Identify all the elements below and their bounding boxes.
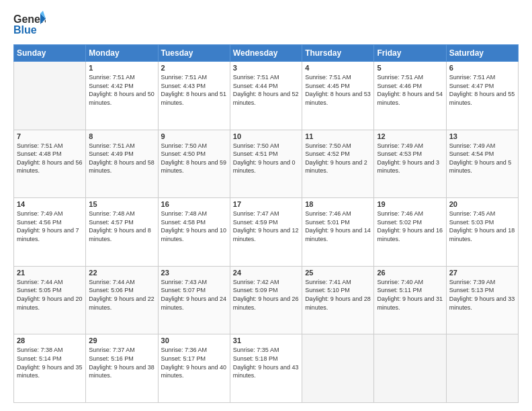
day-number: 25	[305, 269, 371, 277]
day-number: 23	[161, 269, 227, 277]
sunset-label: Sunset: 5:03 PM	[449, 219, 494, 226]
cell-info: Sunrise: 7:41 AM Sunset: 5:10 PM Dayligh…	[305, 278, 371, 312]
sunrise-label: Sunrise: 7:44 AM	[89, 279, 135, 285]
cell-info: Sunrise: 7:46 AM Sunset: 5:02 PM Dayligh…	[377, 210, 443, 243]
daylight-label: Daylight: 9 hours and 14 minutes.	[305, 227, 371, 242]
cell-info: Sunrise: 7:45 AM Sunset: 5:03 PM Dayligh…	[449, 210, 515, 243]
week-row-4: 21 Sunrise: 7:44 AM Sunset: 5:05 PM Dayl…	[14, 266, 519, 334]
calendar-cell	[374, 334, 446, 403]
sunset-label: Sunset: 4:57 PM	[89, 219, 134, 226]
sunset-label: Sunset: 4:54 PM	[449, 150, 494, 157]
sunset-label: Sunset: 4:49 PM	[89, 150, 134, 157]
sunrise-label: Sunrise: 7:51 AM	[449, 74, 496, 81]
cell-info: Sunrise: 7:44 AM Sunset: 5:05 PM Dayligh…	[17, 278, 83, 312]
day-number: 15	[89, 200, 154, 208]
daylight-label: Daylight: 9 hours and 0 minutes.	[233, 159, 296, 175]
calendar-cell: 13 Sunrise: 7:49 AM Sunset: 4:54 PM Dayl…	[446, 130, 518, 198]
sunset-label: Sunset: 5:14 PM	[17, 355, 62, 362]
sunset-label: Sunset: 4:50 PM	[161, 150, 206, 157]
day-number: 27	[449, 269, 515, 277]
calendar-cell: 24 Sunrise: 7:42 AM Sunset: 5:09 PM Dayl…	[230, 266, 302, 334]
sunset-label: Sunset: 4:53 PM	[377, 150, 422, 157]
calendar-cell: 5 Sunrise: 7:51 AM Sunset: 4:46 PM Dayli…	[374, 62, 446, 130]
cell-info: Sunrise: 7:51 AM Sunset: 4:45 PM Dayligh…	[305, 73, 371, 107]
day-number: 3	[233, 64, 299, 72]
calendar-cell	[14, 62, 86, 130]
header: General Blue	[13, 11, 519, 38]
day-number: 16	[161, 200, 227, 208]
daylight-label: Daylight: 9 hours and 3 minutes.	[377, 159, 439, 175]
day-number: 11	[305, 132, 371, 140]
daylight-label: Daylight: 9 hours and 22 minutes.	[89, 295, 154, 311]
sunset-label: Sunset: 5:11 PM	[377, 287, 422, 293]
cell-info: Sunrise: 7:51 AM Sunset: 4:42 PM Dayligh…	[89, 73, 154, 107]
sunset-label: Sunset: 4:51 PM	[233, 150, 278, 157]
daylight-label: Daylight: 8 hours and 58 minutes.	[89, 159, 154, 175]
daylight-label: Daylight: 9 hours and 33 minutes.	[449, 295, 515, 311]
daylight-label: Daylight: 9 hours and 2 minutes.	[305, 159, 367, 175]
day-number: 24	[233, 269, 299, 277]
sunrise-label: Sunrise: 7:50 AM	[305, 142, 351, 149]
sunrise-label: Sunrise: 7:48 AM	[89, 210, 135, 217]
calendar-cell: 19 Sunrise: 7:46 AM Sunset: 5:02 PM Dayl…	[374, 198, 446, 267]
day-number: 4	[305, 64, 371, 72]
cell-info: Sunrise: 7:51 AM Sunset: 4:46 PM Dayligh…	[377, 73, 443, 107]
sunset-label: Sunset: 4:44 PM	[233, 83, 278, 89]
sunrise-label: Sunrise: 7:42 AM	[233, 279, 279, 285]
daylight-label: Daylight: 9 hours and 28 minutes.	[305, 295, 371, 311]
day-number: 8	[89, 132, 154, 140]
daylight-label: Daylight: 9 hours and 18 minutes.	[449, 227, 515, 242]
day-number: 19	[377, 200, 443, 208]
daylight-label: Daylight: 8 hours and 51 minutes.	[161, 91, 227, 106]
sunset-label: Sunset: 5:02 PM	[377, 219, 422, 226]
cell-info: Sunrise: 7:44 AM Sunset: 5:06 PM Dayligh…	[89, 278, 154, 312]
day-number: 10	[233, 132, 299, 140]
daylight-label: Daylight: 8 hours and 55 minutes.	[449, 91, 515, 106]
sunset-label: Sunset: 5:09 PM	[233, 287, 278, 293]
sunrise-label: Sunrise: 7:40 AM	[377, 279, 423, 285]
cell-info: Sunrise: 7:51 AM Sunset: 4:44 PM Dayligh…	[233, 73, 299, 107]
cell-info: Sunrise: 7:36 AM Sunset: 5:17 PM Dayligh…	[161, 346, 227, 379]
cell-info: Sunrise: 7:46 AM Sunset: 5:01 PM Dayligh…	[305, 210, 371, 243]
sunrise-label: Sunrise: 7:51 AM	[89, 74, 135, 81]
cell-info: Sunrise: 7:50 AM Sunset: 4:52 PM Dayligh…	[305, 142, 371, 175]
cell-info: Sunrise: 7:40 AM Sunset: 5:11 PM Dayligh…	[377, 278, 443, 312]
cell-info: Sunrise: 7:49 AM Sunset: 4:54 PM Dayligh…	[449, 142, 515, 175]
calendar-cell: 11 Sunrise: 7:50 AM Sunset: 4:52 PM Dayl…	[302, 130, 374, 198]
cell-info: Sunrise: 7:51 AM Sunset: 4:43 PM Dayligh…	[161, 73, 227, 107]
calendar-table: SundayMondayTuesdayWednesdayThursdayFrid…	[13, 44, 519, 403]
day-number: 26	[377, 269, 443, 277]
daylight-label: Daylight: 8 hours and 54 minutes.	[377, 91, 443, 106]
sunset-label: Sunset: 4:47 PM	[449, 83, 494, 89]
day-number: 14	[17, 200, 83, 208]
calendar-cell: 29 Sunrise: 7:37 AM Sunset: 5:16 PM Dayl…	[86, 334, 158, 403]
svg-text:Blue: Blue	[13, 24, 37, 36]
sunrise-label: Sunrise: 7:38 AM	[17, 347, 63, 353]
daylight-label: Daylight: 9 hours and 31 minutes.	[377, 295, 443, 311]
daylight-label: Daylight: 9 hours and 10 minutes.	[161, 227, 227, 242]
sunrise-label: Sunrise: 7:46 AM	[305, 210, 351, 217]
logo: General Blue	[13, 11, 48, 38]
sunrise-label: Sunrise: 7:51 AM	[305, 74, 351, 81]
calendar-cell: 8 Sunrise: 7:51 AM Sunset: 4:49 PM Dayli…	[86, 130, 158, 198]
sunset-label: Sunset: 4:58 PM	[161, 219, 206, 226]
calendar-cell: 3 Sunrise: 7:51 AM Sunset: 4:44 PM Dayli…	[230, 62, 302, 130]
cell-info: Sunrise: 7:43 AM Sunset: 5:07 PM Dayligh…	[161, 278, 227, 312]
weekday-header-sunday: Sunday	[14, 45, 86, 62]
cell-info: Sunrise: 7:42 AM Sunset: 5:09 PM Dayligh…	[233, 278, 299, 312]
sunset-label: Sunset: 5:05 PM	[17, 287, 62, 293]
day-number: 13	[449, 132, 515, 140]
sunrise-label: Sunrise: 7:51 AM	[89, 142, 135, 149]
sunrise-label: Sunrise: 7:45 AM	[449, 210, 496, 217]
calendar-cell: 27 Sunrise: 7:39 AM Sunset: 5:13 PM Dayl…	[446, 266, 518, 334]
sunset-label: Sunset: 4:46 PM	[377, 83, 422, 89]
daylight-label: Daylight: 9 hours and 38 minutes.	[89, 364, 154, 379]
cell-info: Sunrise: 7:37 AM Sunset: 5:16 PM Dayligh…	[89, 346, 154, 379]
sunset-label: Sunset: 4:42 PM	[89, 83, 134, 89]
cell-info: Sunrise: 7:48 AM Sunset: 4:57 PM Dayligh…	[89, 210, 154, 243]
day-number: 6	[449, 64, 515, 72]
sunset-label: Sunset: 5:10 PM	[305, 287, 350, 293]
sunset-label: Sunset: 5:17 PM	[161, 355, 206, 362]
day-number: 31	[233, 336, 299, 345]
sunset-label: Sunset: 5:18 PM	[233, 355, 278, 362]
